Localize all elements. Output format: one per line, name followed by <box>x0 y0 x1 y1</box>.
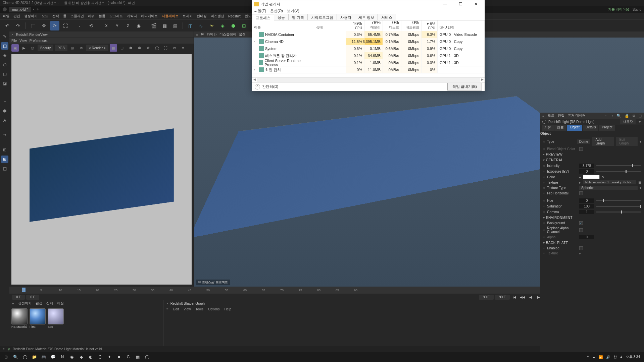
menu-tool[interactable]: 툴 <box>63 14 66 18</box>
tab-apphistory[interactable]: 앱 기록 <box>288 14 308 20</box>
menu-character[interactable]: 캐릭터 <box>127 14 137 18</box>
render-settings-icon[interactable]: ▤ <box>170 21 180 31</box>
rv-grid-icon[interactable]: ⊞ <box>69 44 76 52</box>
render-region-icon[interactable]: ▦ <box>160 21 169 31</box>
vp-menu-camera[interactable]: 카메라 <box>207 32 217 37</box>
menu-tracker[interactable]: 트래커 <box>183 14 193 18</box>
search-icon[interactable]: 🔍 <box>616 114 621 118</box>
coord-icon[interactable]: ⬢ <box>1 107 8 115</box>
network-icon[interactable]: 📶 <box>599 355 603 359</box>
mat-material[interactable]: 재질 <box>57 301 64 306</box>
menu-edit[interactable]: 편집 <box>13 14 20 18</box>
lock-icon[interactable]: 🔒 <box>625 114 629 118</box>
process-row[interactable]: ›화면 캡처0%11.0MB0MB/s0Mbps0% <box>252 66 485 73</box>
gamma-input[interactable]: 1 <box>579 210 594 214</box>
tab-services[interactable]: 서비스 <box>378 14 396 20</box>
material-item[interactable]: First <box>30 308 46 344</box>
menu-animate[interactable]: 애니메이트 <box>141 14 158 18</box>
select-tool-icon[interactable]: ⬚ <box>29 21 38 31</box>
g-edit[interactable]: Edit <box>173 307 179 311</box>
end-frame[interactable]: 90 F <box>495 295 510 300</box>
prev-key-icon[interactable]: ◀◀ <box>519 294 526 300</box>
chevron-down-icon[interactable]: ▾ <box>640 140 641 143</box>
poly-mode-icon[interactable]: ◪ <box>1 80 8 87</box>
up-icon[interactable]: ↑ <box>611 114 613 118</box>
notion-icon[interactable]: N <box>58 352 67 362</box>
rv-crop-icon[interactable]: ⧉ <box>78 44 85 52</box>
mat-select[interactable]: 선택 <box>46 301 53 306</box>
text-icon[interactable]: A <box>1 117 8 124</box>
scale-tool-icon[interactable]: ⛶ <box>61 21 70 31</box>
kakao-icon[interactable]: 💬 <box>48 352 58 362</box>
axis-lock-icon[interactable]: ◉ <box>134 21 143 31</box>
g-view[interactable]: View <box>184 307 191 311</box>
vp-menu-view[interactable]: 뷰 <box>201 32 204 37</box>
cube-icon[interactable]: ◫ <box>186 21 195 31</box>
rotate-tool-icon[interactable]: ⟳ <box>50 21 59 31</box>
explorer-icon[interactable]: 📁 <box>30 352 39 362</box>
tab-processes[interactable]: 프로세스 <box>252 14 274 20</box>
cur-start-frame[interactable]: 0 F <box>26 295 39 300</box>
menu-mode[interactable]: 모드 <box>42 14 48 18</box>
render-canvas[interactable] <box>11 54 192 285</box>
rv-eff1-icon[interactable]: ⊞ <box>118 44 126 52</box>
axis-z-icon[interactable]: Z <box>123 21 133 31</box>
chrome-icon[interactable]: ◯ <box>20 352 30 362</box>
tab-basic[interactable]: 기본 <box>542 125 554 131</box>
intensity-slider[interactable] <box>596 165 641 166</box>
sat-input[interactable]: 100 <box>579 204 594 208</box>
menu-extension[interactable]: 익스텐션 <box>211 14 224 18</box>
close-icon[interactable]: × <box>166 302 168 305</box>
group-preview[interactable]: PREVIEW <box>540 152 644 157</box>
axis-icon[interactable]: ⌐ <box>1 98 8 105</box>
cinema4d-taskbar-icon[interactable]: C <box>123 352 133 362</box>
menu-redshift[interactable]: Redshift <box>228 14 241 18</box>
steam-icon[interactable]: ◉ <box>67 352 77 362</box>
group-environment[interactable]: ENVIRONMENT <box>540 215 644 221</box>
g-options[interactable]: Options <box>208 307 219 311</box>
vp-menu-options[interactable]: 옵션 <box>239 32 246 37</box>
start-frame[interactable]: 0 F <box>12 295 25 300</box>
add-graph-button[interactable]: Add Graph <box>592 137 614 146</box>
search-icon[interactable]: 🔍 <box>11 352 20 362</box>
cloud-icon[interactable]: ☁ <box>592 355 595 359</box>
object-mode-icon[interactable]: ◈ <box>1 52 8 59</box>
document-tab[interactable]: main.c4d * <box>9 7 31 12</box>
goto-start-icon[interactable]: |◀ <box>511 294 518 300</box>
process-row[interactable]: 데스크톱 창 관리자0.1%34.6MB0MB/s0Mbps0.6%GPU 1 … <box>252 52 485 59</box>
edge-mode-icon[interactable]: ▢ <box>1 70 8 78</box>
alpha-checkbox[interactable] <box>579 228 583 232</box>
coord2-icon[interactable]: ⟲ <box>87 21 96 31</box>
hamburger-icon[interactable]: ≡ <box>542 114 544 118</box>
point-mode-icon[interactable]: ⬡ <box>1 61 8 68</box>
menu-spline[interactable]: 스플라인 <box>70 14 84 18</box>
background-checkbox[interactable] <box>579 221 583 225</box>
task-manager-window[interactable]: 작업 관리자 — ☐ ✕ 파일(F) 옵션(O) 보기(V) 프로세스 성능 앱… <box>252 0 485 91</box>
process-row[interactable]: Client Server Runtime Process0.1%1.0MB0M… <box>252 59 485 66</box>
attr-mode[interactable]: 모드 <box>548 113 554 118</box>
simple-mode-link[interactable]: 간단히(D) <box>262 84 278 89</box>
start-button[interactable]: ⊞ <box>1 352 11 362</box>
popout-icon[interactable]: ⧉ <box>633 114 635 118</box>
edit-graph-button[interactable]: Edit Graph <box>616 137 638 146</box>
texture-type-select[interactable]: Spherical <box>579 186 638 190</box>
rv-bucket-icon[interactable]: ▦ <box>110 44 117 52</box>
task-manager-titlebar[interactable]: 작업 관리자 — ☐ ✕ <box>252 0 485 8</box>
exposure-input[interactable]: 0 <box>579 169 594 174</box>
tab-coord[interactable]: 좌표 <box>554 125 566 131</box>
generator-icon[interactable]: ⬢ <box>229 21 238 31</box>
menu-mesh[interactable]: 메쉬 <box>88 14 95 18</box>
tab-details[interactable]: Details <box>583 125 599 131</box>
chevron-down-icon[interactable]: ▾ <box>640 186 641 190</box>
prev-frame-icon[interactable]: ◀ <box>527 294 534 300</box>
gamma-slider[interactable] <box>596 212 641 213</box>
edit1-icon[interactable]: ✎ <box>1 33 8 40</box>
rv-menu-prefs[interactable]: Preferences <box>30 39 48 43</box>
rv-menu-view[interactable]: View <box>19 39 27 43</box>
end-task-button[interactable]: 작업 끝내기(E) <box>447 83 482 90</box>
enabled-checkbox[interactable] <box>579 246 583 250</box>
render-icon[interactable]: 🎬 <box>149 21 158 31</box>
group-backplate[interactable]: BACK-PLATE <box>540 240 644 246</box>
standard-layout[interactable]: Stand <box>633 8 641 11</box>
tab-performance[interactable]: 성능 <box>274 14 289 20</box>
